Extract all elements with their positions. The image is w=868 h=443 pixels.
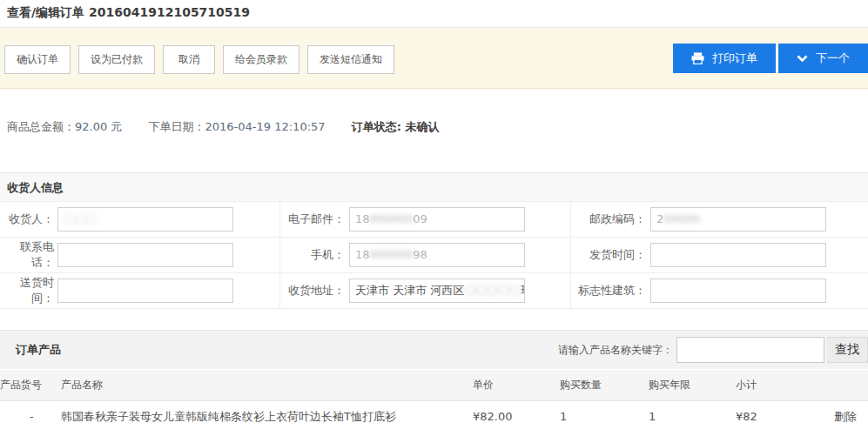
field-email: 电子邮件： 1800000009: [280, 201, 571, 237]
field-mobile: 手机： 1800000098: [280, 237, 571, 272]
set-paid-button[interactable]: 设为已付款: [78, 45, 155, 74]
address-visible-text: 天津市 天津市 河西区: [355, 284, 464, 297]
redacted-text: 18: [355, 212, 370, 225]
column-price: 单价: [473, 370, 560, 400]
chevron-down-icon: [797, 55, 808, 63]
product-qty: 1: [560, 400, 649, 433]
order-date-label: 下单日期：: [149, 120, 205, 133]
ship-time-input[interactable]: [650, 243, 826, 267]
telephone-input[interactable]: [57, 243, 233, 267]
total-amount-label: 商品总金额：: [7, 120, 75, 133]
field-delivery-time: 送货时间：: [0, 272, 280, 308]
field-address: 收货地址： 天津市 天津市 河西区〇〇〇〇〇现: [280, 272, 571, 308]
print-order-label: 打印订单: [712, 50, 757, 66]
mobile-input[interactable]: 1800000098: [349, 243, 525, 267]
spacer: [0, 309, 868, 330]
cancel-button[interactable]: 取消: [163, 45, 215, 74]
order-status-label: 订单状态:: [352, 120, 406, 133]
delivery-time-input[interactable]: [57, 279, 233, 303]
redacted-text: 98: [413, 248, 427, 261]
redacted-text: 09: [413, 212, 427, 225]
telephone-label: 联系电话：: [0, 239, 54, 271]
column-action: [823, 370, 868, 400]
order-date-value: 2016-04-19 12:10:57: [205, 120, 326, 133]
zipcode-label: 邮政编码：: [571, 211, 646, 227]
redacted-text: 18: [355, 248, 370, 261]
field-telephone: 联系电话：: [0, 237, 280, 272]
products-section-title: 订单产品: [16, 342, 61, 358]
field-ship-time: 发货时间：: [571, 237, 868, 272]
table-row: - 韩国春秋亲子装母女儿童韩版纯棉条纹衫上衣荷叶边长袖T恤打底衫 ¥82.00 …: [0, 400, 868, 433]
product-subtotal: ¥82: [736, 400, 823, 433]
ship-time-label: 发货时间：: [571, 247, 646, 263]
column-years: 购买年限: [649, 370, 736, 400]
products-section-bar: 订单产品 请输入产品名称关键字： 查找: [0, 330, 868, 370]
order-status: 订单状态: 未确认: [352, 120, 440, 133]
page-title: 查看/编辑订单 2016041912105710519: [0, 0, 868, 28]
field-zipcode: 邮政编码： 200000: [571, 201, 868, 237]
product-search-label: 请输入产品名称关键字：: [558, 343, 673, 358]
product-years: 1: [649, 400, 736, 433]
redacted-text: 000000: [370, 248, 414, 261]
column-sku: 产品货号: [0, 370, 61, 400]
toolbar-right-group: 打印订单 下一个: [670, 44, 868, 73]
order-date: 下单日期：2016-04-19 12:10:57: [149, 120, 326, 133]
products-table: 产品货号 产品名称 单价 购买数量 购买年限 小计 - 韩国春秋亲子装母女儿童韩…: [0, 370, 868, 433]
redacted-text: 〇〇〇〇〇: [464, 284, 521, 297]
order-summary: 商品总金额：92.00 元 下单日期：2016-04-19 12:10:57 订…: [0, 89, 868, 172]
next-order-label: 下一个: [816, 50, 850, 66]
address-label: 收货地址：: [280, 283, 345, 299]
mobile-label: 手机：: [280, 247, 345, 263]
landmark-input[interactable]: [650, 279, 826, 303]
record-payment-button[interactable]: 给会员录款: [223, 45, 299, 74]
redacted-text: 000000: [370, 212, 414, 225]
column-name: 产品名称: [61, 370, 473, 400]
field-consignee-name: 收货人： 〇〇〇: [0, 201, 280, 237]
delete-link[interactable]: 删除: [834, 410, 857, 423]
toolbar: 确认订单 设为已付款 取消 给会员录款 发送短信通知 打印订单 下一个: [0, 28, 868, 89]
address-visible-text: 现: [521, 284, 525, 297]
landmark-label: 标志性建筑：: [571, 283, 646, 299]
column-subtotal: 小计: [736, 370, 823, 400]
product-name-link[interactable]: 韩国春秋亲子装母女儿童韩版纯棉条纹衫上衣荷叶边长袖T恤打底衫: [61, 400, 473, 433]
redacted-text: 00000: [663, 212, 699, 225]
redacted-text: 〇〇〇: [64, 212, 98, 225]
consignee-name-label: 收货人：: [0, 211, 54, 227]
printer-icon: [691, 52, 704, 64]
print-order-button[interactable]: 打印订单: [673, 44, 776, 73]
order-status-badge: 未确认: [405, 120, 439, 133]
confirm-order-button[interactable]: 确认订单: [4, 45, 71, 74]
products-table-header: 产品货号 产品名称 单价 购买数量 购买年限 小计: [0, 370, 868, 400]
product-sku: -: [0, 400, 61, 433]
total-amount: 商品总金额：92.00 元: [7, 120, 122, 133]
product-search-input[interactable]: [676, 337, 824, 363]
search-button[interactable]: 查找: [827, 337, 868, 363]
product-search-area: 请输入产品名称关键字： 查找: [558, 337, 868, 363]
delivery-time-label: 送货时间：: [0, 275, 54, 306]
address-input[interactable]: 天津市 天津市 河西区〇〇〇〇〇现: [349, 279, 525, 303]
consignee-section-title: 收货人信息: [0, 172, 868, 201]
send-sms-button[interactable]: 发送短信通知: [307, 45, 394, 74]
email-label: 电子邮件：: [280, 211, 345, 227]
consignee-name-input[interactable]: 〇〇〇: [57, 207, 233, 232]
consignee-form: 收货人： 〇〇〇 电子邮件： 1800000009 邮政编码： 200000 联…: [0, 201, 868, 309]
total-amount-value: 92.00 元: [75, 120, 122, 133]
zipcode-input[interactable]: 200000: [650, 207, 826, 232]
product-price: ¥82.00: [473, 400, 560, 433]
column-qty: 购买数量: [560, 370, 649, 400]
next-order-button[interactable]: 下一个: [778, 44, 868, 73]
field-landmark: 标志性建筑：: [571, 272, 868, 308]
email-input[interactable]: 1800000009: [349, 207, 525, 232]
